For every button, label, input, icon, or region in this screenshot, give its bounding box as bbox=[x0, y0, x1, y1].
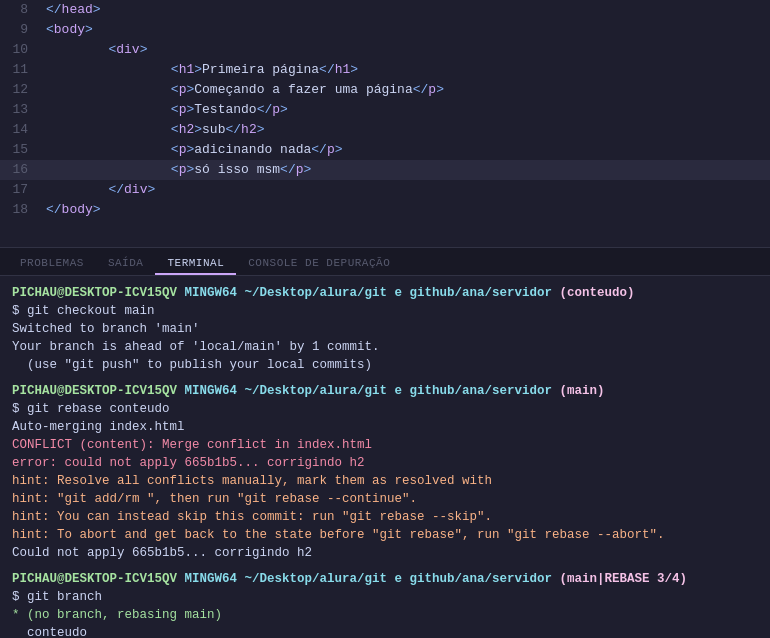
line-content: <p>Começando a fazer uma página</p> bbox=[42, 80, 770, 100]
code-line: 17 </div> bbox=[0, 180, 770, 200]
panel-tab-problems[interactable]: PROBLEMAS bbox=[8, 253, 96, 275]
panel-tabs: PROBLEMASSAÍDATERMINALCONSOLE DE DEPURAÇ… bbox=[0, 248, 770, 276]
line-number: 11 bbox=[0, 60, 42, 80]
terminal-output-line: Your branch is ahead of 'local/main' by … bbox=[12, 338, 758, 356]
line-content: <h2>sub</h2> bbox=[42, 120, 770, 140]
line-number: 18 bbox=[0, 200, 42, 220]
line-content: <div> bbox=[42, 40, 770, 60]
line-content: <h1>Primeira página</h1> bbox=[42, 60, 770, 80]
terminal-command: $ git branch bbox=[12, 588, 758, 606]
terminal-prompt: PICHAU@DESKTOP-ICV15QV MINGW64 ~/Desktop… bbox=[12, 284, 758, 302]
terminal-output-line: Auto-merging index.html bbox=[12, 418, 758, 436]
code-line: 16 <p>só isso msm</p> bbox=[0, 160, 770, 180]
terminal-command: $ git checkout main bbox=[12, 302, 758, 320]
terminal-command: $ git rebase conteudo bbox=[12, 400, 758, 418]
code-lines: 8</head>9<body>10 <div>11 <h1>Primeira p… bbox=[0, 0, 770, 220]
panel-tab-output[interactable]: SAÍDA bbox=[96, 253, 156, 275]
code-line: 11 <h1>Primeira página</h1> bbox=[0, 60, 770, 80]
terminal-output-line: Switched to branch 'main' bbox=[12, 320, 758, 338]
line-content: <p>só isso msm</p> bbox=[42, 160, 770, 180]
code-line: 15 <p>adicinando nada</p> bbox=[0, 140, 770, 160]
terminal-output-line: Could not apply 665b1b5... corrigindo h2 bbox=[12, 544, 758, 562]
line-content: </div> bbox=[42, 180, 770, 200]
line-number: 10 bbox=[0, 40, 42, 60]
line-number: 13 bbox=[0, 100, 42, 120]
terminal-prompt: PICHAU@DESKTOP-ICV15QV MINGW64 ~/Desktop… bbox=[12, 570, 758, 588]
line-number: 17 bbox=[0, 180, 42, 200]
code-line: 10 <div> bbox=[0, 40, 770, 60]
line-content: <body> bbox=[42, 20, 770, 40]
line-number: 16 bbox=[0, 160, 42, 180]
line-content: </head> bbox=[42, 0, 770, 20]
code-line: 9<body> bbox=[0, 20, 770, 40]
code-line: 13 <p>Testando</p> bbox=[0, 100, 770, 120]
line-number: 14 bbox=[0, 120, 42, 140]
terminal-panel[interactable]: PICHAU@DESKTOP-ICV15QV MINGW64 ~/Desktop… bbox=[0, 276, 770, 638]
line-number: 8 bbox=[0, 0, 42, 20]
line-content: <p>adicinando nada</p> bbox=[42, 140, 770, 160]
terminal-output-line: * (no branch, rebasing main) bbox=[12, 606, 758, 624]
terminal-output-line: error: could not apply 665b1b5... corrig… bbox=[12, 454, 758, 472]
terminal-output-line: hint: "git add/rm ", then run "git rebas… bbox=[12, 490, 758, 508]
code-line: 8</head> bbox=[0, 0, 770, 20]
line-content: <p>Testando</p> bbox=[42, 100, 770, 120]
terminal-output-line: hint: You can instead skip this commit: … bbox=[12, 508, 758, 526]
terminal-output-line: (use "git push" to publish your local co… bbox=[12, 356, 758, 374]
code-line: 18</body> bbox=[0, 200, 770, 220]
code-line: 12 <p>Começando a fazer uma página</p> bbox=[0, 80, 770, 100]
line-number: 12 bbox=[0, 80, 42, 100]
terminal-output-line: conteudo bbox=[12, 624, 758, 638]
code-editor: 8</head>9<body>10 <div>11 <h1>Primeira p… bbox=[0, 0, 770, 248]
line-number: 15 bbox=[0, 140, 42, 160]
terminal-output-line: hint: To abort and get back to the state… bbox=[12, 526, 758, 544]
terminal-output-line: hint: Resolve all conflicts manually, ma… bbox=[12, 472, 758, 490]
line-content: </body> bbox=[42, 200, 770, 220]
panel-tab-terminal[interactable]: TERMINAL bbox=[155, 253, 236, 275]
terminal-prompt: PICHAU@DESKTOP-ICV15QV MINGW64 ~/Desktop… bbox=[12, 382, 758, 400]
terminal-output-line: CONFLICT (content): Merge conflict in in… bbox=[12, 436, 758, 454]
line-number: 9 bbox=[0, 20, 42, 40]
panel-tab-debug[interactable]: CONSOLE DE DEPURAÇÃO bbox=[236, 253, 402, 275]
code-line: 14 <h2>sub</h2> bbox=[0, 120, 770, 140]
